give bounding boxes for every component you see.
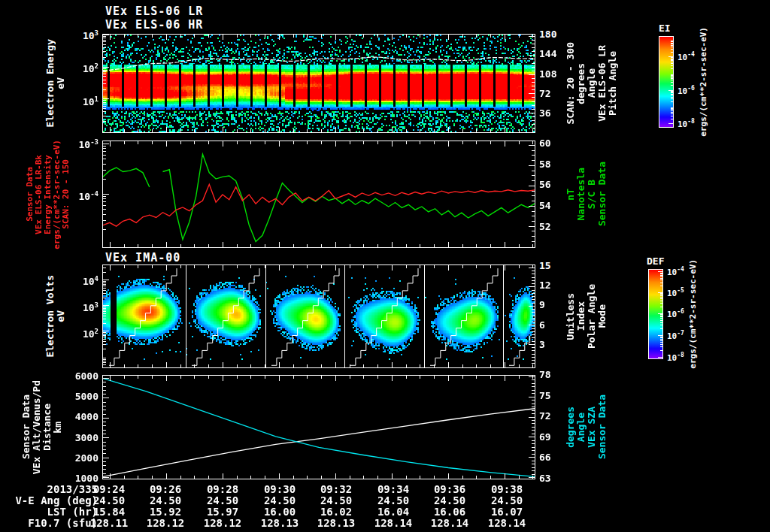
axis-tick	[194, 364, 195, 367]
axis-tick	[505, 362, 505, 367]
axis-tick	[103, 361, 106, 361]
axis-tick	[532, 306, 535, 307]
axis-tick	[138, 141, 138, 144]
axis-tick	[166, 376, 167, 381]
panel-right-label-group: degreesAngleVEx SZASensor Data	[565, 375, 608, 479]
axis-tick	[103, 100, 106, 101]
colorbar-tick	[671, 92, 673, 92]
colorbar-tick	[671, 116, 673, 116]
table-cell: 128.14	[475, 517, 538, 529]
axis-label-line: Nanotesla	[576, 168, 587, 220]
axis-tick	[532, 434, 535, 434]
axis-tick	[532, 410, 535, 411]
axis-tick	[532, 316, 535, 316]
axis-tick	[103, 288, 106, 289]
y-axis-tick-label: 36	[539, 108, 551, 119]
axis-tick	[265, 376, 265, 379]
axis-tick	[152, 364, 153, 367]
colorbar-tick	[660, 320, 662, 321]
axis-tick	[532, 101, 535, 102]
axis-tick	[180, 364, 181, 367]
axis-tick	[138, 376, 138, 379]
axis-tick	[103, 220, 106, 221]
axis-tick	[392, 265, 393, 271]
axis-tick	[103, 319, 106, 319]
axis-tick	[194, 476, 195, 479]
axis-tick	[532, 437, 535, 437]
colorbar-tick	[660, 303, 662, 304]
axis-tick	[103, 458, 106, 458]
axis-tick	[532, 290, 535, 291]
colorbar-tick	[671, 63, 673, 64]
axis-tick	[532, 407, 535, 407]
colorbar-tick	[671, 82, 673, 83]
axis-tick	[103, 102, 106, 103]
axis-label-line: Index	[576, 301, 587, 331]
axis-tick	[335, 127, 336, 132]
colorbar-tick	[660, 339, 662, 340]
axis-tick	[103, 281, 106, 282]
axis-tick	[532, 364, 533, 367]
axis-tick	[462, 364, 463, 367]
axis-tick	[532, 423, 535, 424]
table-cell: 09:34	[362, 483, 425, 495]
axis-tick	[532, 165, 535, 166]
axis-tick	[110, 127, 111, 132]
axis-tick	[208, 265, 209, 268]
colorbar-tick-label: 10-4	[678, 51, 695, 62]
axis-tick	[532, 129, 533, 132]
colorbar-tick	[660, 298, 662, 299]
axis-tick	[103, 310, 106, 310]
axis-tick	[519, 476, 520, 479]
axis-label-line: Angle	[576, 413, 587, 442]
colorbar-tick	[671, 76, 673, 77]
y-axis-tick-label: 12	[539, 280, 551, 291]
y-axis-tick-label: 2000	[75, 453, 99, 464]
colorbar-tick-label: 10-4	[667, 266, 684, 277]
axis-tick	[462, 376, 463, 379]
axis-tick	[532, 443, 535, 444]
axis-tick	[532, 40, 535, 41]
axis-tick	[103, 394, 106, 394]
axis-tick	[103, 272, 106, 273]
axis-tick	[532, 186, 535, 186]
axis-tick	[532, 296, 535, 297]
axis-tick	[103, 70, 106, 71]
axis-tick	[103, 57, 106, 58]
axis-tick	[208, 35, 209, 38]
colorbar-tick	[660, 293, 662, 294]
axis-tick	[505, 141, 505, 147]
axis-tick	[194, 244, 195, 247]
axis-tick	[321, 35, 322, 38]
axis-tick	[103, 442, 106, 443]
axis-tick	[180, 129, 181, 132]
axis-label-line: VEx ELS-06 LR	[597, 45, 608, 122]
axis-tick	[392, 376, 393, 381]
axis-tick	[103, 290, 106, 291]
colorbar-tick	[671, 80, 673, 80]
axis-tick	[363, 376, 364, 379]
axis-tick	[124, 476, 125, 479]
axis-tick	[532, 386, 535, 387]
axis-tick	[152, 476, 153, 479]
y-axis-tick-label: 102	[83, 61, 99, 74]
axis-tick	[166, 127, 167, 132]
axis-tick	[462, 265, 463, 268]
axis-tick	[103, 349, 106, 349]
axis-tick	[208, 476, 209, 479]
colorbar-tick	[671, 57, 673, 58]
axis-tick	[103, 410, 106, 410]
axis-tick	[279, 35, 280, 40]
axis-tick	[293, 35, 294, 38]
axis-tick	[138, 364, 138, 367]
axis-tick	[307, 476, 308, 479]
colorbar-tick	[671, 119, 673, 119]
colorbar-tick	[671, 109, 673, 110]
axis-tick	[124, 129, 125, 132]
axis-tick	[124, 265, 125, 268]
table-cell: 16.06	[418, 506, 481, 518]
table-cell: 16.02	[305, 506, 368, 518]
def-colorbar-units: ergs/(cm**2-sr-sec-eV)	[689, 259, 698, 369]
panel-left-label-group: Electron VoltseV	[45, 264, 66, 368]
axis-tick	[237, 476, 238, 479]
